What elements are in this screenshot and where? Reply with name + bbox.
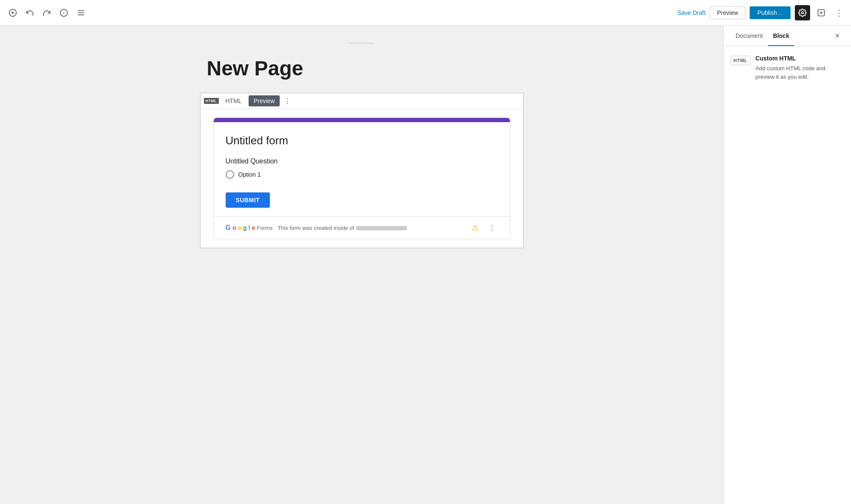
sidebar-html-badge: HTML <box>731 56 751 65</box>
form-submit-button[interactable]: SUBMIT <box>226 192 270 208</box>
form-card: Untitled form Untitled Question Option 1… <box>213 117 510 239</box>
footer-blurred-text <box>356 226 407 230</box>
footer-more-button[interactable]: ⋮ <box>486 222 498 234</box>
sidebar-close-button[interactable]: × <box>831 29 844 43</box>
radio-option1[interactable] <box>226 170 234 179</box>
block-toolbar: HTML HTML Preview ⋮ <box>201 93 523 109</box>
info-button[interactable] <box>56 5 72 20</box>
add-block-button[interactable] <box>5 5 20 20</box>
editor-area: New Page HTML HTML Preview ⋮ Untitled fo… <box>0 26 723 504</box>
more-options-button[interactable]: ⋮ <box>832 6 846 20</box>
toolbar-left <box>5 5 677 20</box>
tab-block[interactable]: Block <box>768 26 794 46</box>
publish-button[interactable]: Publish… <box>750 6 791 19</box>
main-layout: New Page HTML HTML Preview ⋮ Untitled fo… <box>0 26 851 504</box>
warning-icon[interactable]: ⚠ <box>469 222 481 234</box>
forms-label: Forms <box>257 225 272 231</box>
toolbar-right: Save Draft Preview Publish… ⋮ <box>677 5 846 20</box>
page-separator <box>349 43 375 44</box>
sidebar-tabs: Document Block × <box>724 26 851 46</box>
sidebar-content: HTML Custom HTML Add custom HTML code an… <box>724 46 851 504</box>
block-more-options-button[interactable]: ⋮ <box>281 95 293 107</box>
sidebar-panel: Document Block × HTML Custom HTML Add cu… <box>723 26 851 504</box>
tab-preview-button[interactable]: Preview <box>249 95 280 106</box>
custom-html-block: HTML HTML Preview ⋮ Untitled form Untitl… <box>200 93 524 248</box>
form-preview: Untitled form Untitled Question Option 1… <box>201 117 523 239</box>
form-card-body: Untitled form Untitled Question Option 1… <box>214 122 510 216</box>
redo-button[interactable] <box>39 5 54 20</box>
editor-content: New Page HTML HTML Preview ⋮ Untitled fo… <box>200 43 524 257</box>
yoast-button[interactable] <box>814 6 828 20</box>
page-title: New Page <box>200 57 524 80</box>
undo-button[interactable] <box>22 5 37 20</box>
form-question: Untitled Question <box>226 158 498 165</box>
sidebar-block-description: Add custom HTML code and preview it as y… <box>756 64 844 81</box>
form-title: Untitled form <box>226 134 498 147</box>
toolbar: Save Draft Preview Publish… ⋮ <box>0 0 851 26</box>
tab-html-button[interactable]: HTML <box>221 95 247 106</box>
tab-document[interactable]: Document <box>731 26 768 46</box>
settings-button[interactable] <box>795 5 810 20</box>
google-letter-g: G <box>226 224 231 232</box>
form-option-row: Option 1 <box>226 170 498 179</box>
preview-button[interactable]: Preview <box>710 6 745 19</box>
footer-notice-text: This form was created inside of <box>278 225 464 231</box>
form-footer: G oogle Forms This form was created insi… <box>214 216 510 239</box>
option1-label: Option 1 <box>238 171 261 178</box>
svg-point-9 <box>802 11 804 14</box>
block-info-text: Custom HTML Add custom HTML code and pre… <box>756 55 844 81</box>
google-forms-logo: G oogle Forms <box>226 224 273 232</box>
block-type-badge: HTML <box>204 98 219 104</box>
form-card-header-bar <box>214 118 510 122</box>
sidebar-block-title: Custom HTML <box>756 55 844 62</box>
save-draft-button[interactable]: Save Draft <box>677 9 705 16</box>
block-info-row: HTML Custom HTML Add custom HTML code an… <box>731 55 844 81</box>
list-view-button[interactable] <box>73 5 89 20</box>
